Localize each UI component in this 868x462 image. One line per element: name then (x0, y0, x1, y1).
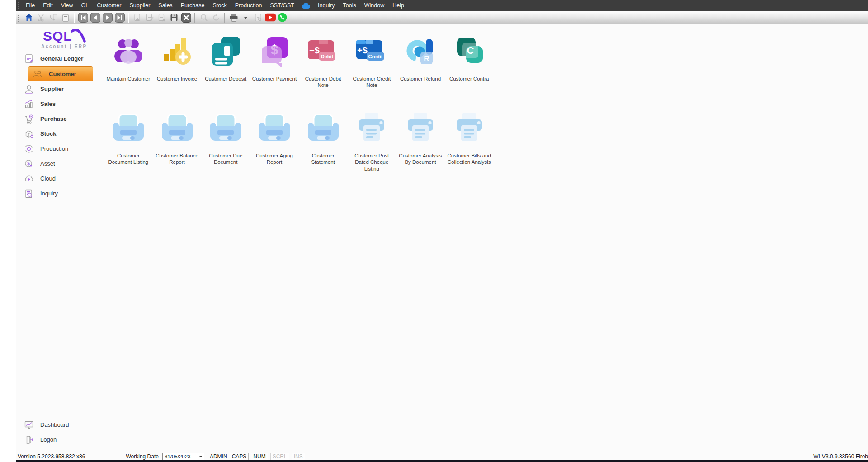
menu-edit[interactable]: Edit (39, 0, 57, 11)
version-text: Version 5.2023.958.832 x86 (18, 453, 85, 460)
supplier-icon (24, 84, 34, 95)
sidebar-item-dashboard[interactable]: Dashboard (16, 417, 112, 432)
tile-customer-bills-and-collection-analysis[interactable]: Customer Bills and Collection Analysis (445, 111, 494, 172)
tile-customer-invoice[interactable]: Customer Invoice (153, 34, 202, 89)
toolbar-grip-handle[interactable] (18, 13, 20, 22)
sidebar-item-supplier[interactable]: Supplier (16, 81, 112, 96)
menu-view[interactable]: View (57, 0, 77, 11)
menu-sst-gst[interactable]: SST/GST (266, 0, 298, 11)
toolbar-items (23, 12, 288, 23)
working-date-input[interactable]: 31/05/2023 (162, 453, 204, 460)
lock-indicator-ins: INS (292, 453, 305, 460)
youtube-icon[interactable] (265, 12, 276, 23)
asset-icon: $ (24, 158, 34, 169)
tile-label: Customer Statement (301, 152, 346, 166)
app-window: FileEditViewGLCustomerSupplierSalesPurch… (16, 0, 868, 462)
sidebar-item-label: Logon (40, 436, 57, 443)
save-icon[interactable] (169, 12, 179, 23)
sidebar-item-label: Supplier (40, 86, 64, 92)
sidebar-item-purchase[interactable]: Purchase (16, 111, 112, 126)
menu-help[interactable]: Help (388, 0, 408, 11)
next-record-icon[interactable] (102, 12, 113, 23)
sidebar-item-customer[interactable]: Customer (28, 66, 93, 81)
menu-customer[interactable]: Customer (93, 0, 125, 11)
working-date-dropdown-icon[interactable] (199, 456, 203, 457)
sidebar-item-general-ledger[interactable]: General Ledger (16, 51, 112, 66)
general-ledger-icon (24, 53, 34, 64)
menu-gl[interactable]: GL (77, 0, 93, 11)
prior-record-icon[interactable] (90, 12, 101, 23)
menu-stock[interactable]: Stock (208, 0, 231, 11)
logged-in-user: ADMIN (210, 453, 227, 460)
tile-customer-due-document[interactable]: Customer Due Document (201, 111, 250, 172)
tile-customer-balance-report[interactable]: Customer Balance Report (153, 111, 202, 172)
sales-icon (24, 99, 34, 110)
svg-text:R: R (424, 54, 429, 63)
tile-customer-debit-note[interactable]: −$DebitCustomer Debit Note (299, 34, 348, 89)
tile-label: Customer Document Listing (106, 152, 151, 166)
menu-inquiry[interactable]: Inquiry (314, 0, 339, 11)
dashboard-icon (24, 419, 34, 430)
printer-a-icon (110, 111, 146, 147)
whatsapp-icon[interactable] (277, 12, 288, 23)
menu-file[interactable]: File (22, 0, 39, 11)
tile-label: Customer Analysis By Document (398, 152, 443, 166)
cloud-sync-icon[interactable] (298, 0, 314, 11)
invoice-gold-icon (159, 34, 195, 70)
delete-icon (156, 12, 167, 23)
toolbar (16, 11, 868, 24)
first-record-icon[interactable] (78, 12, 89, 23)
tile-customer-credit-note[interactable]: +$CreditCustomer Credit Note (347, 34, 396, 89)
tile-label: Customer Invoice (157, 76, 197, 82)
menu-production[interactable]: Production (231, 0, 266, 11)
tile-customer-statement[interactable]: Customer Statement (299, 111, 348, 172)
last-record-icon[interactable] (114, 12, 125, 23)
sidebar-item-stock[interactable]: Stock (16, 126, 112, 141)
sidebar-item-label: Sales (40, 100, 56, 107)
tile-customer-post-dated-cheque-listing[interactable]: Customer Post Dated Cheque Listing (347, 111, 396, 172)
print-icon[interactable] (228, 12, 239, 23)
printer-a-icon (256, 111, 292, 147)
tile-customer-payment[interactable]: $Customer Payment (250, 34, 299, 89)
menu-tools[interactable]: Tools (339, 0, 360, 11)
tile-customer-refund[interactable]: RCustomer Refund (396, 34, 445, 89)
toolbar-separator (74, 13, 75, 23)
sidebar-item-asset[interactable]: $Asset (16, 156, 112, 171)
menu-supplier[interactable]: Supplier (125, 0, 154, 11)
menu-sales[interactable]: Sales (154, 0, 176, 11)
logo-subtitle: Account | ERP (16, 44, 112, 49)
working-date-label: Working Date (126, 453, 158, 460)
tile-customer-deposit[interactable]: Customer Deposit (201, 34, 250, 89)
tile-customer-aging-report[interactable]: Customer Aging Report (250, 111, 299, 172)
menu-window[interactable]: Window (360, 0, 388, 11)
status-bar: Version 5.2023.958.832 x86 Working Date … (16, 452, 868, 460)
sidebar-item-logon[interactable]: Logon (16, 432, 112, 447)
sidebar-item-cloud[interactable]: Cloud (16, 171, 112, 186)
tile-customer-contra[interactable]: CCustomer Contra (445, 34, 494, 89)
tile-label: Customer Payment (252, 76, 297, 82)
print-caret-icon[interactable] (241, 12, 251, 23)
tile-label: Customer Balance Report (155, 152, 200, 166)
svg-text:C: C (467, 45, 474, 56)
new-icon (132, 12, 143, 23)
home-icon[interactable] (24, 12, 34, 23)
menubar-grip-handle[interactable] (18, 2, 20, 10)
customer-icon (32, 68, 43, 79)
sidebar: SQL Account | ERP General LedgerCustomer… (16, 24, 112, 452)
app-logo: SQL Account | ERP (16, 28, 112, 49)
cancel-icon[interactable] (181, 12, 192, 23)
tile-maintain-customer[interactable]: Maintain Customer (104, 34, 153, 89)
preview-icon (253, 12, 264, 23)
copy-icon[interactable] (60, 12, 71, 23)
sidebar-item-production[interactable]: Production (16, 141, 112, 156)
menu-bar: FileEditViewGLCustomerSupplierSalesPurch… (16, 0, 868, 11)
sidebar-item-sales[interactable]: Sales (16, 96, 112, 111)
menu-purchase[interactable]: Purchase (177, 0, 209, 11)
tile-customer-document-listing[interactable]: Customer Document Listing (104, 111, 153, 172)
lock-indicator-scrl: SCRL (270, 453, 289, 460)
sidebar-item-label: General Ledger (40, 55, 83, 62)
sidebar-item-label: Production (40, 145, 68, 152)
tile-customer-analysis-by-document[interactable]: Customer Analysis By Document (396, 111, 445, 172)
sidebar-item-inquiry[interactable]: Inquiry (16, 186, 112, 201)
svg-text:−$: −$ (309, 45, 320, 55)
